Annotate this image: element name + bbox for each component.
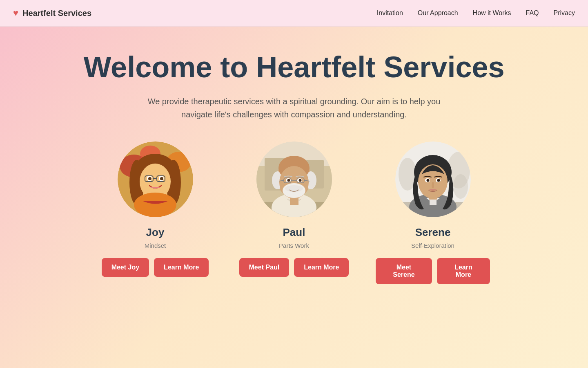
learn-more-joy-button[interactable]: Learn More (154, 258, 209, 277)
nav-links: Invitation Our Approach How it Works FAQ… (377, 9, 575, 17)
avatar-serene (395, 141, 471, 217)
serene-name: Serene (415, 226, 451, 239)
meet-paul-button[interactable]: Meet Paul (239, 258, 290, 277)
svg-point-31 (285, 185, 303, 192)
meet-serene-button[interactable]: Meet Serene (376, 258, 432, 284)
svg-point-34 (287, 179, 290, 182)
practitioner-card-serene: Serene Self-Exploration Meet Serene Lear… (376, 141, 490, 284)
joy-name: Joy (146, 226, 165, 239)
learn-more-serene-button[interactable]: Learn More (437, 258, 490, 284)
heart-icon: ♥ (13, 8, 18, 18)
practitioners-row: Joy Mindset Meet Joy Learn More (98, 141, 490, 284)
joy-btn-row: Meet Joy Learn More (102, 258, 209, 277)
nav-privacy[interactable]: Privacy (554, 9, 575, 16)
hero-title: Welcome to Heartfelt Services (83, 51, 504, 83)
svg-point-17 (134, 193, 176, 217)
navbar: ♥ Heartfelt Services Invitation Our Appr… (0, 0, 588, 27)
learn-more-paul-button[interactable]: Learn More (294, 258, 349, 277)
nav-our-approach[interactable]: Our Approach (418, 9, 458, 16)
paul-name: Paul (283, 226, 305, 239)
svg-point-54 (426, 179, 429, 182)
svg-point-35 (298, 179, 301, 182)
nav-invitation[interactable]: Invitation (377, 9, 403, 16)
avatar-joy (118, 141, 193, 217)
paul-role: Parts Work (279, 242, 309, 249)
svg-point-55 (437, 179, 440, 182)
avatar-paul (256, 141, 332, 217)
avatar-joy-illustration (118, 141, 193, 217)
svg-point-13 (160, 177, 163, 180)
hero-subtitle: We provide therapeutic services with a s… (147, 95, 441, 121)
nav-how-it-works[interactable]: How it Works (473, 9, 511, 16)
practitioner-card-paul: Paul Parts Work Meet Paul Learn More (237, 141, 351, 277)
practitioner-card-joy: Joy Mindset Meet Joy Learn More (98, 141, 212, 277)
nav-faq[interactable]: FAQ (526, 9, 539, 16)
svg-point-44 (453, 174, 468, 199)
avatar-serene-illustration (395, 141, 471, 217)
meet-joy-button[interactable]: Meet Joy (102, 258, 149, 277)
avatar-paul-illustration (256, 141, 332, 217)
serene-role: Self-Exploration (411, 242, 454, 249)
brand-name: Heartfelt Services (22, 9, 91, 18)
logo-link[interactable]: ♥ Heartfelt Services (13, 8, 91, 18)
paul-btn-row: Meet Paul Learn More (239, 258, 349, 277)
serene-btn-row: Meet Serene Learn More (376, 258, 490, 284)
main-content: Welcome to Heartfelt Services We provide… (0, 27, 588, 368)
svg-point-12 (148, 177, 151, 180)
joy-role: Mindset (145, 242, 166, 249)
